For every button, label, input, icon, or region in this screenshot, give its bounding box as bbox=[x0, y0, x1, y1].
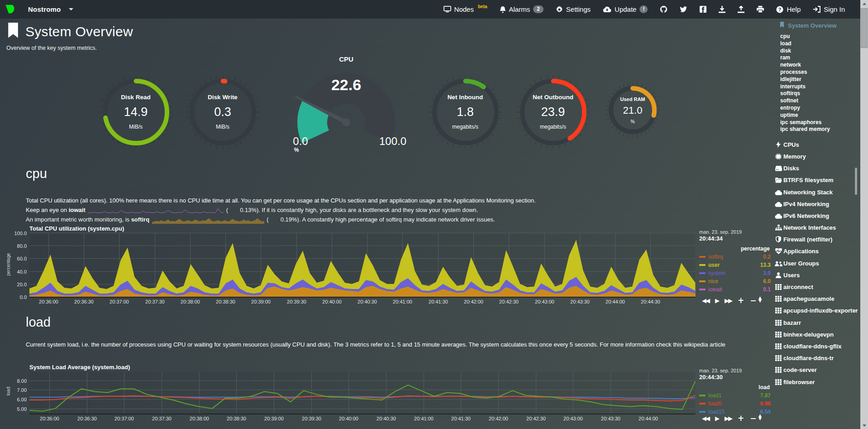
zoom-out-button[interactable]: − bbox=[750, 296, 756, 305]
cpu-chart-resize-handle[interactable]: ▲▼ bbox=[758, 296, 762, 303]
cpu-chart-canvas[interactable] bbox=[8, 230, 696, 304]
nav-item-update[interactable]: Update! bbox=[603, 5, 648, 13]
sidebar-sub-item-idlejitter[interactable]: idlejitter bbox=[780, 76, 858, 83]
iowait-sparkline[interactable] bbox=[88, 207, 224, 214]
sidebar-item-ipv4-networking[interactable]: IPv4 Networking bbox=[773, 198, 858, 210]
svg-text:?: ? bbox=[778, 6, 782, 12]
sidebar-item-system-overview[interactable]: System Overview bbox=[771, 22, 858, 29]
sidebar-item-label: Disks bbox=[783, 165, 799, 172]
legend-value: 0.1 bbox=[763, 286, 771, 293]
load-chart-canvas[interactable] bbox=[8, 369, 696, 428]
play-button[interactable]: ▶ bbox=[715, 415, 719, 422]
sidebar-sub-item-ram[interactable]: ram bbox=[780, 54, 858, 62]
sidebar-item-airconnect[interactable]: airconnect bbox=[773, 281, 858, 293]
sidebar-item-firewall-netfilter-[interactable]: Firewall (netfilter) bbox=[773, 234, 858, 246]
nav-item-twitter[interactable] bbox=[680, 6, 687, 13]
sidebar-item-label: cloudflare-ddns-tr bbox=[783, 355, 834, 362]
sidebar-sub-item-softirqs[interactable]: softirqs bbox=[780, 90, 858, 97]
zoom-out-button[interactable]: − bbox=[750, 414, 756, 423]
sidebar-item-applications[interactable]: Applications bbox=[773, 246, 858, 257]
sidebar-item-cloudflare-ddns-gflix[interactable]: cloudflare-ddns-gflix bbox=[773, 340, 858, 352]
nav-item-signin[interactable]: Sign In bbox=[813, 5, 845, 13]
legend-row-load1[interactable]: load17.87 bbox=[699, 392, 771, 399]
load-chart-resize-handle[interactable]: ▲▼ bbox=[758, 414, 762, 420]
nav-item-facebook[interactable] bbox=[700, 6, 706, 13]
gauge-disk-write[interactable]: Disk Write0.3MiB/s bbox=[186, 75, 260, 149]
chart-time: 20:44:30 bbox=[699, 374, 771, 381]
scroll-down-icon[interactable] bbox=[860, 422, 868, 429]
sidebar-item-label: BTRFS filesystem bbox=[783, 177, 834, 183]
gauge-used-ram[interactable]: Used RAM21.0% bbox=[605, 82, 660, 138]
sidebar-sub-item-ipc-semaphores[interactable]: ipc semaphores bbox=[780, 119, 858, 126]
page-scrollbar[interactable] bbox=[860, 0, 868, 429]
legend-row-load5[interactable]: load56.96 bbox=[699, 400, 771, 407]
sidebar-item-user-groups[interactable]: User Groups bbox=[773, 257, 858, 269]
legend-value: 3.0 bbox=[763, 270, 771, 276]
legend-swatch bbox=[699, 264, 706, 266]
nav-item-save[interactable] bbox=[719, 6, 725, 13]
sidebar-item-network-interfaces[interactable]: Network Interfaces bbox=[773, 222, 858, 233]
gauge-cpu[interactable]: CPU22.60.0100.0% bbox=[276, 54, 416, 152]
gauge-net-outbound[interactable]: Net Outbound23.9megabits/s bbox=[516, 75, 590, 149]
nav-item-github[interactable] bbox=[660, 5, 668, 13]
help-icon: ? bbox=[776, 6, 783, 13]
sidebar-sub-item-ipc-shared-memory[interactable]: ipc shared memory bbox=[780, 126, 858, 133]
sidebar-item-cloudflare-ddns-tr[interactable]: cloudflare-ddns-tr bbox=[773, 352, 858, 364]
sidebar-sub-item-cpu[interactable]: cpu bbox=[780, 33, 858, 40]
nav-item-load[interactable] bbox=[738, 6, 744, 13]
sidebar-sub-item-entropy[interactable]: entropy bbox=[780, 105, 858, 112]
sidebar-item-disks[interactable]: Disks bbox=[773, 163, 858, 174]
legend-row-softirq[interactable]: softirq0.2 bbox=[699, 254, 771, 260]
sidebar-item-binhex-delugevpn[interactable]: binhex-delugevpn bbox=[773, 328, 858, 340]
sidebar-item-users[interactable]: Users bbox=[773, 269, 858, 281]
grid-icon bbox=[773, 331, 783, 338]
sidebar-item-networking-stack[interactable]: Networking Stack bbox=[773, 186, 858, 198]
play-button[interactable]: ▶ bbox=[715, 297, 719, 304]
nav-item-print[interactable] bbox=[757, 6, 764, 13]
nav-item-nodes[interactable]: Nodesbeta bbox=[444, 5, 487, 13]
sidebar-item-cpus[interactable]: CPUs bbox=[773, 139, 858, 150]
legend-row-system[interactable]: system3.0 bbox=[699, 270, 771, 276]
alarms-icon bbox=[500, 6, 506, 13]
sidebar-item-bazarr[interactable]: bazarr bbox=[773, 317, 858, 328]
legend-row-iowait[interactable]: iowait0.1 bbox=[699, 286, 771, 293]
sidebar-item-apacheguacamole[interactable]: apacheguacamole bbox=[773, 293, 858, 305]
sidebar-sub-item-uptime[interactable]: uptime bbox=[780, 112, 858, 119]
sidebar-item-btrfs-filesystem[interactable]: BTRFS filesystem bbox=[773, 174, 858, 186]
rewind-button[interactable]: ◀◀ bbox=[702, 297, 709, 304]
load-icon bbox=[738, 6, 744, 13]
grid-icon bbox=[773, 366, 783, 374]
sidebar-sub-item-interrupts[interactable]: interrupts bbox=[780, 83, 858, 91]
sidebar-sub-item-processes[interactable]: processes bbox=[780, 69, 858, 76]
sidebar-item-label: airconnect bbox=[783, 284, 813, 290]
sidebar-item-apcupsd-influxdb-exporter[interactable]: apcupsd-influxdb-exporter bbox=[773, 305, 858, 317]
rewind-button[interactable]: ◀◀ bbox=[702, 415, 709, 422]
sidebar-scrollbar-thumb[interactable] bbox=[855, 168, 857, 195]
nav-item-alarms[interactable]: Alarms2 bbox=[500, 5, 544, 13]
sidebar-item-filebrowser[interactable]: filebrowser bbox=[773, 376, 858, 388]
sidebar-sub-item-network[interactable]: network bbox=[780, 62, 858, 69]
zoom-in-button[interactable]: + bbox=[738, 296, 744, 305]
host-selector[interactable]: Nostromo bbox=[0, 2, 73, 17]
sidebar-item-memory[interactable]: Memory bbox=[773, 150, 858, 162]
sidebar-item-code-server[interactable]: code-server bbox=[773, 364, 858, 376]
nav-item-settings[interactable]: Settings bbox=[556, 5, 591, 13]
forward-button[interactable]: ▶▶ bbox=[725, 297, 732, 304]
sidebar-sub-item-softnet[interactable]: softnet bbox=[780, 97, 858, 105]
legend-row-nice[interactable]: nice6.0 bbox=[699, 278, 771, 284]
load-chart-legend: man. 23. sep. 201920:44:30loadload17.87l… bbox=[699, 368, 771, 415]
sidebar-sub-item-disk[interactable]: disk bbox=[780, 48, 858, 55]
zoom-in-button[interactable]: + bbox=[738, 414, 744, 423]
scrollbar-thumb[interactable] bbox=[861, 8, 868, 48]
gauge-net-inbound[interactable]: Net Inbound1.8megabits/s bbox=[429, 75, 502, 149]
sidebar-item-label: Applications bbox=[783, 248, 819, 255]
sidebar-sub-item-load[interactable]: load bbox=[780, 40, 858, 48]
wikipedia-link[interactable]: wikipedia article bbox=[684, 341, 725, 348]
legend-row-user[interactable]: user13.3 bbox=[699, 262, 771, 268]
gauge-disk-read[interactable]: Disk Read14.9MiB/s bbox=[99, 75, 173, 149]
scroll-up-icon[interactable] bbox=[860, 0, 868, 7]
sidebar-item-ipv6-networking[interactable]: IPv6 Networking bbox=[773, 210, 858, 222]
forward-button[interactable]: ▶▶ bbox=[725, 415, 732, 422]
nav-item-help[interactable]: ?Help bbox=[776, 5, 801, 13]
softirq-sparkline[interactable] bbox=[152, 217, 264, 224]
